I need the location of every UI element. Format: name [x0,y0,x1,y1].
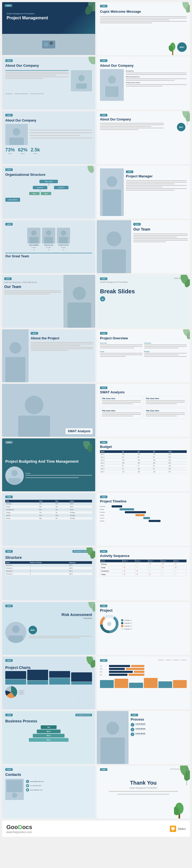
svg-point-79 [27,789,28,790]
slide-12: LOGO Simple Management Presentation 0330… [97,275,190,328]
table-row: Structure 27Ref B [5,567,92,570]
slide-13: LOGO About the Project [2,329,95,382]
svg-rect-36 [59,237,68,244]
slide28-title: Process [131,717,188,721]
svg-rect-57 [8,478,21,485]
footer-url: www.thegoodocs.com [6,831,32,834]
table-row: TestingJunJulPending [5,511,92,514]
svg-point-16 [108,76,116,84]
col-end: End [55,500,69,502]
footer-slides-section: Slides [170,826,186,832]
table-row: LaunchAugAugPending [5,514,92,517]
svg-point-13 [78,75,85,81]
table-row: Item 2809085255 [100,456,187,459]
slide-11: LOGO Call Our Business: 0330 888 96 60 O… [2,275,95,328]
slide10-title: Our Team [133,227,188,231]
svg-point-24 [87,166,95,174]
slide14-title: Project Overview [100,336,187,340]
svg-point-32 [46,230,51,236]
org-bot1: Dept [29,192,40,195]
svg-rect-47 [5,357,25,382]
slide-20: LOGO Project Timeline Planning Design De… [97,493,190,546]
stats-badge: 983+ [177,42,187,52]
table-row: Structure 14Ref A [5,564,92,567]
slide-7: LOGO Organizational Structure Top Level … [2,166,95,219]
col-status: Status [69,500,92,502]
svg-rect-52 [18,415,50,437]
footer-logo: GooDocs [6,824,32,831]
slide-29: LOGO Contacts contact@email.com [2,766,95,818]
svg-point-38 [106,231,121,246]
team3-name: THOMAS WILKIN [58,244,69,246]
footer-slides-label: Slides [178,827,186,830]
svg-point-46 [9,342,21,354]
slide6-title: About Our Company [100,118,187,121]
slide-19: LOGO Task Start End Status PlanningJanFe… [2,493,95,546]
slide3-title: About Our Company [5,64,92,68]
slide16-title: SWAT Analysis [100,390,187,394]
slide23-title: Risk Assessment [5,613,92,617]
slide-15: S SWAT Analysis [2,384,95,437]
svg-rect-17 [105,86,119,97]
slide11-title: Our Team [4,285,61,289]
svg-rect-33 [44,237,53,244]
slide-23: LOGO Risk Assessment Evaluation 983+ [2,602,95,655]
table-row: Item 69010095285 [100,467,187,470]
slide-24: LOGO Project [97,602,190,655]
cta-button[interactable]: Learn More [5,198,20,202]
slide-22: LOGO Activity Sequence Activity Week 1 W… [97,548,190,600]
table-row: Item 5607065195 [100,465,187,467]
org-bot2: Dept [41,192,51,195]
table-row: Design ✗ ✓ ✓ ✗ ✗ [100,566,187,569]
team1-name: TEAM MEMBER [29,244,39,246]
col-q1: Q1 [121,450,137,453]
table-row: ReviewSepOctPending [5,517,92,520]
svg-rect-42 [67,303,91,328]
svg-point-19 [13,128,20,135]
slide17-title: Project Budgeting And Time Management [5,459,92,464]
svg-point-74 [106,722,119,735]
svg-rect-87 [172,830,174,830]
slide-10: LOGO Our Team [97,220,190,273]
svg-rect-39 [102,249,126,273]
table-row: Testing ✗ ✗ ✗ ✓ ✓ [100,573,187,576]
site-footer: GooDocs www.thegoodocs.com Slides [2,820,190,837]
slide-6: LOGO About Our Company [97,111,190,164]
col-name: Name [100,450,121,453]
slide-5: LOGO About Our Company [2,111,95,164]
slide-1: LOGO Simple Management Presentation Proj… [2,2,95,55]
slide8-title: Project Manager [126,174,187,178]
team2-name: GREG MILLER [44,244,53,246]
slide5-title: About Our Company [5,119,92,122]
slide20-title: Project Timeline [100,499,187,503]
slide13-title: About the Project [31,336,93,340]
col-total: Total [168,450,187,453]
svg-rect-64 [8,636,23,643]
slide15-title: SWAT Analysis [68,429,91,433]
svg-rect-86 [171,827,174,830]
pyramid-level4: Base [29,738,68,742]
slide9-title: Our Great Team [5,254,92,258]
svg-point-70 [107,622,111,626]
slide-17: LOGO Project Budgeting And Time Manageme… [2,438,95,491]
col-task: Task [5,500,39,502]
svg-point-51 [25,396,43,414]
table-row: DesignFebMarDone [5,505,92,508]
table-row: Planning ✓ ✓ ✗ ✗ ✗ [100,562,187,566]
slide-18: LOGO Budget Name Q1 Q2 Q3 Total Item 110… [97,438,190,491]
table-row: Structure 49Ref D [5,572,92,576]
slide25-title: Project Charts [5,665,92,670]
slide24-title: Project [100,608,187,613]
slide-4: LOGO About Our Company Designing Web Dev… [97,57,190,110]
svg-rect-20 [9,138,24,145]
slide-26: LOGO ● Series 1● Series 2● Series 3● Ser… [97,656,190,709]
slide21-title: Structure [5,555,92,560]
biz-badge: BUSSINESS PROJECT [75,714,92,716]
slide-3: LOGO About Our Company [2,57,95,110]
svg-point-41 [73,287,86,300]
table-row: DevelopmentMarJunActive [5,508,92,511]
slide-28: LOGO Process 1 Lorem Ipsum [97,711,190,764]
slide4-title: About Our Company [100,64,187,67]
slide-9: LOGO TEAM MEMBER Position 01 [2,220,95,273]
svg-rect-14 [76,83,87,89]
